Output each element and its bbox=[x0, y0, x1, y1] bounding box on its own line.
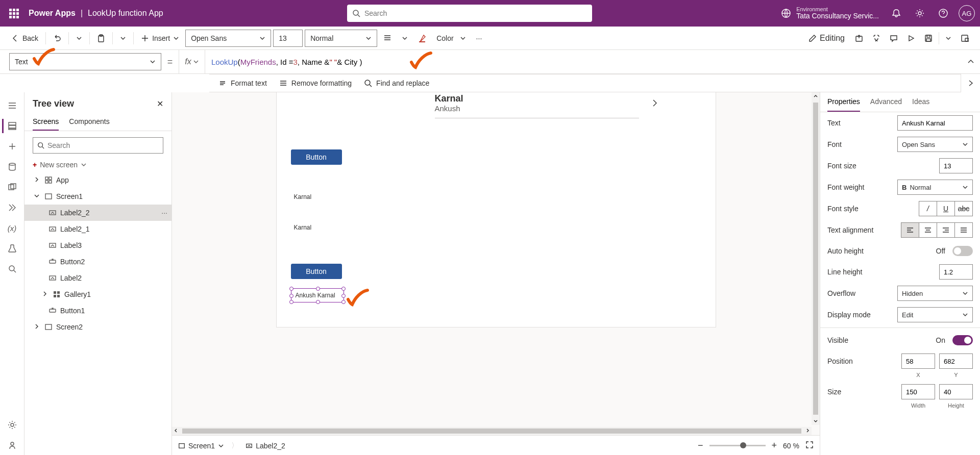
fx-button[interactable]: fx bbox=[179, 50, 205, 73]
share-button[interactable] bbox=[851, 31, 867, 45]
insert-button[interactable]: Insert bbox=[137, 31, 183, 45]
prop-autoheight-toggle[interactable] bbox=[952, 246, 973, 256]
checker-button[interactable] bbox=[868, 31, 885, 45]
app-launcher-icon[interactable] bbox=[5, 5, 22, 22]
more-toolbar[interactable]: ··· bbox=[472, 31, 486, 45]
prop-width-input[interactable] bbox=[901, 384, 935, 399]
align-center-button[interactable] bbox=[919, 222, 937, 238]
canvas-label-karnal1[interactable]: Karnal bbox=[294, 193, 312, 200]
prop-lineheight-input[interactable] bbox=[939, 264, 973, 280]
breadcrumb-screen[interactable]: Screen1 bbox=[178, 442, 224, 450]
close-treeview-icon[interactable]: ✕ bbox=[157, 99, 163, 109]
rail-insert-icon[interactable] bbox=[2, 136, 22, 157]
tree-node-screen1[interactable]: Screen1 bbox=[24, 188, 172, 205]
format-text-button[interactable]: Format text bbox=[218, 79, 267, 87]
color-label[interactable]: Color bbox=[432, 31, 470, 45]
undo-button[interactable] bbox=[49, 31, 65, 45]
remove-formatting-button[interactable]: Remove formatting bbox=[279, 79, 352, 87]
notifications-icon[interactable] bbox=[885, 2, 908, 24]
prop-displaymode-select[interactable]: Edit bbox=[897, 307, 973, 322]
settings-icon[interactable] bbox=[909, 2, 931, 24]
preview-button[interactable] bbox=[903, 31, 919, 45]
breadcrumb-item[interactable]: Label2_2 bbox=[246, 442, 285, 450]
scrollbar-horizontal[interactable] bbox=[172, 427, 812, 435]
canvas-button1[interactable]: Button bbox=[291, 149, 342, 165]
rail-flows-icon[interactable] bbox=[2, 197, 22, 218]
selection-box[interactable]: Ankush Karnal bbox=[291, 288, 344, 302]
save-button[interactable] bbox=[920, 31, 937, 45]
rail-treeview-icon[interactable] bbox=[2, 116, 22, 136]
comments-button[interactable] bbox=[886, 31, 902, 45]
font-select[interactable]: Open Sans bbox=[185, 30, 271, 47]
tree-node-button2[interactable]: Button2 bbox=[24, 254, 172, 270]
prop-italic-button[interactable]: / bbox=[919, 201, 937, 216]
tree-search-input[interactable] bbox=[47, 141, 159, 149]
global-search[interactable] bbox=[347, 5, 592, 22]
rail-search-icon[interactable] bbox=[2, 259, 22, 279]
tree-node-screen2[interactable]: Screen2 bbox=[24, 319, 172, 335]
fontsize-select[interactable]: 13 bbox=[273, 30, 303, 47]
prop-tab-ideas[interactable]: Ideas bbox=[912, 92, 929, 112]
fontweight-select[interactable]: Normal bbox=[305, 30, 377, 47]
prop-underline-button[interactable]: U bbox=[937, 201, 955, 216]
rail-variables-icon[interactable]: (x) bbox=[2, 218, 22, 238]
undo-chevron[interactable] bbox=[72, 32, 86, 44]
prop-strike-button[interactable]: abc bbox=[954, 201, 973, 216]
save-chevron[interactable] bbox=[941, 32, 955, 44]
new-screen-button[interactable]: +New screen bbox=[24, 158, 172, 172]
prop-overflow-select[interactable]: Hidden bbox=[897, 286, 973, 301]
rail-tests-icon[interactable] bbox=[2, 238, 22, 259]
scrollbar-vertical[interactable] bbox=[812, 92, 820, 425]
prop-visible-toggle[interactable] bbox=[952, 335, 973, 345]
more-icon[interactable]: ··· bbox=[161, 209, 167, 217]
prop-posx-input[interactable] bbox=[901, 353, 935, 369]
property-select[interactable]: Text bbox=[9, 53, 161, 70]
prop-font-select[interactable]: Open Sans bbox=[897, 137, 973, 152]
tree-node-label2-1[interactable]: Label2_1 bbox=[24, 221, 172, 237]
rail-media-icon[interactable] bbox=[2, 177, 22, 197]
tree-node-app[interactable]: App bbox=[24, 172, 172, 188]
tab-screens[interactable]: Screens bbox=[33, 113, 59, 131]
fit-icon[interactable] bbox=[805, 441, 814, 450]
tree-node-label2[interactable]: Label2 bbox=[24, 270, 172, 286]
align-button[interactable] bbox=[379, 31, 396, 45]
paste-chevron[interactable] bbox=[116, 32, 130, 44]
search-input[interactable] bbox=[364, 9, 587, 17]
environment-picker[interactable]: EnvironmentTata Consultancy Servic... bbox=[776, 6, 884, 20]
tree-node-label3[interactable]: Label3 bbox=[24, 237, 172, 254]
prop-fontweight-select[interactable]: BNormal bbox=[897, 180, 973, 195]
align-justify-button[interactable] bbox=[954, 222, 973, 238]
formula-expand[interactable] bbox=[962, 50, 980, 73]
tree-search[interactable] bbox=[33, 137, 163, 154]
prop-tab-advanced[interactable]: Advanced bbox=[870, 92, 902, 112]
rail-ai-icon[interactable] bbox=[2, 435, 22, 455]
chevron-right-icon[interactable] bbox=[650, 98, 659, 110]
formula-bar[interactable]: LookUp(MyFriends, Id =3, Name & " " & Ci… bbox=[205, 50, 962, 73]
tree-node-button1[interactable]: Button1 bbox=[24, 302, 172, 319]
editing-button[interactable]: Editing bbox=[803, 31, 850, 46]
zoom-in-icon[interactable]: + bbox=[772, 440, 777, 451]
canvas-button2[interactable]: Button bbox=[291, 264, 342, 279]
prop-posy-input[interactable] bbox=[939, 353, 973, 369]
tree-node-gallery1[interactable]: Gallery1 bbox=[24, 286, 172, 302]
tree-node-label2-2[interactable]: Label2_2··· bbox=[24, 205, 172, 221]
formula-next[interactable] bbox=[961, 74, 980, 92]
paste-button[interactable] bbox=[93, 31, 109, 45]
zoom-slider[interactable] bbox=[709, 445, 766, 446]
color-button[interactable] bbox=[414, 31, 430, 45]
align-left-button[interactable] bbox=[901, 222, 919, 238]
align-chevron[interactable] bbox=[398, 32, 412, 44]
back-button[interactable]: Back bbox=[7, 31, 42, 45]
zoom-out-icon[interactable]: − bbox=[698, 440, 703, 451]
prop-fontsize-input[interactable] bbox=[939, 158, 973, 173]
help-icon[interactable] bbox=[932, 2, 954, 24]
rail-data-icon[interactable] bbox=[2, 157, 22, 177]
tab-components[interactable]: Components bbox=[69, 113, 109, 131]
publish-button[interactable] bbox=[957, 31, 973, 45]
prop-text-input[interactable] bbox=[897, 115, 973, 131]
rail-hamburger-icon[interactable] bbox=[2, 95, 22, 116]
rail-settings-icon[interactable] bbox=[2, 415, 22, 435]
canvas[interactable]: Karnal Ankush Button Karnal Karnal Butto… bbox=[277, 92, 716, 327]
avatar[interactable]: AG bbox=[959, 5, 975, 21]
canvas-label-karnal2[interactable]: Karnal bbox=[294, 224, 312, 231]
